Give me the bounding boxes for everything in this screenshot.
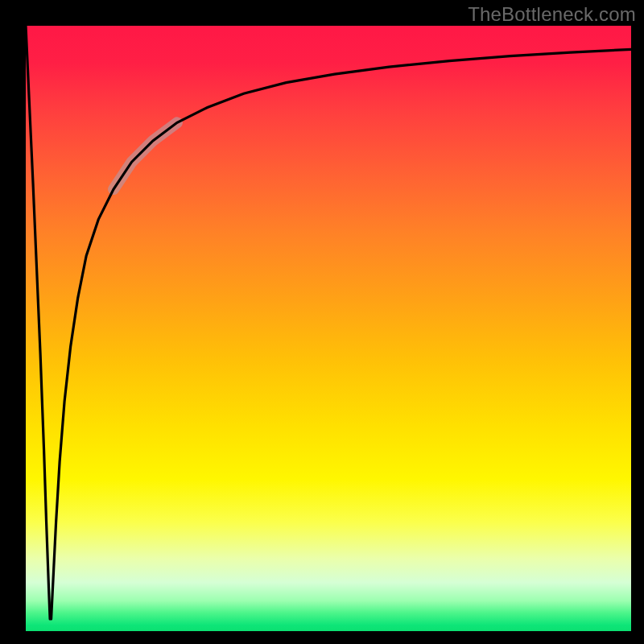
curve-main: [52, 49, 631, 619]
watermark-text: TheBottleneck.com: [468, 3, 636, 26]
curve-left-drop: [26, 26, 50, 619]
chart-frame: TheBottleneck.com: [0, 0, 644, 644]
plot-area: [26, 26, 631, 631]
highlight-segment: [114, 122, 177, 189]
curve-svg: [26, 26, 631, 631]
